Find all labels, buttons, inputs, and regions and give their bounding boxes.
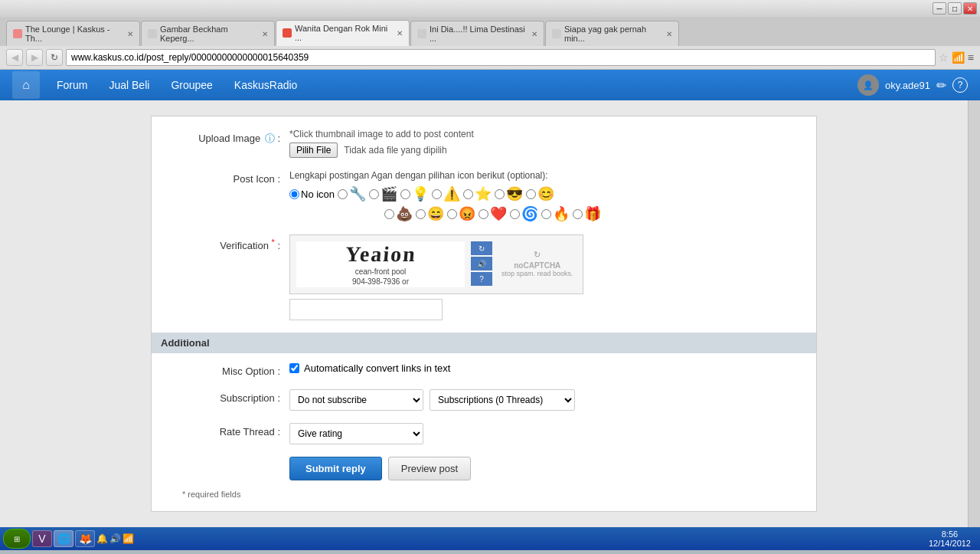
icon-grid-row1: No icon 🔧 🎬 💡 ⚠️ ⭐ 😎 😊 <box>289 185 801 202</box>
taskbar-icon-chrome[interactable]: 🌐 <box>54 530 74 547</box>
help-icon[interactable]: ? <box>952 77 968 93</box>
icon-option-8[interactable]: 💩 <box>384 205 413 222</box>
minimize-button[interactable]: ─ <box>933 2 946 15</box>
bookmark-icon[interactable]: ☆ <box>939 51 949 64</box>
start-button[interactable]: ⊞ <box>3 529 31 549</box>
captcha-help-button[interactable]: ? <box>471 272 492 286</box>
post-icon-row: Post Icon : Lengkapi postingan Agan deng… <box>167 170 801 222</box>
tab-favicon-2 <box>148 29 157 38</box>
menu-icon[interactable]: ≡ <box>968 51 974 64</box>
post-icon-content: Lengkapi postingan Agan dengan pilihan i… <box>289 170 801 222</box>
tab-3[interactable]: Wanita Dengan Rok Mini ... ✕ <box>276 20 410 46</box>
preview-post-button[interactable]: Preview post <box>388 457 471 480</box>
icon-emoji-1: 🔧 <box>349 185 366 202</box>
icon-option-5[interactable]: ⭐ <box>463 185 492 202</box>
tab-close-1[interactable]: ✕ <box>127 30 133 38</box>
icon-emoji-10: 😡 <box>459 205 475 222</box>
icon-option-9[interactable]: 😄 <box>416 205 444 222</box>
captcha-controls: ↻ 🔊 ? <box>471 241 492 287</box>
no-icon-option[interactable]: No icon <box>289 188 335 200</box>
icon-option-12[interactable]: 🌀 <box>510 205 538 222</box>
icon-option-3[interactable]: 💡 <box>400 185 429 202</box>
signal-icon: 📶 <box>952 51 965 64</box>
nav-groupee[interactable]: Groupee <box>160 70 223 100</box>
tab-close-5[interactable]: ✕ <box>666 30 672 38</box>
tab-2[interactable]: Gambar Beckham Keperg... ✕ <box>141 21 275 46</box>
taskbar-icon-1[interactable]: V <box>32 530 52 547</box>
verification-content: Yeaion cean-front pool904-398-7936 or ↻ … <box>289 234 801 320</box>
taskbar-icon-firefox[interactable]: 🦊 <box>75 530 95 547</box>
edit-profile-icon[interactable]: ✏ <box>936 78 946 93</box>
subscription-select[interactable]: Do not subscribe Subscribe Instant subsc… <box>289 389 423 411</box>
icon-option-10[interactable]: 😡 <box>447 205 475 222</box>
icon-option-2[interactable]: 🎬 <box>369 185 397 202</box>
home-nav-button[interactable]: ⌂ <box>12 71 40 99</box>
refresh-button[interactable]: ↻ <box>46 49 63 66</box>
subscription-row: Subscription : Do not subscribe Subscrib… <box>167 389 801 411</box>
upload-info-icon[interactable]: ⓘ <box>265 133 275 144</box>
icon-option-13[interactable]: 🔥 <box>541 205 570 222</box>
tab-close-4[interactable]: ✕ <box>531 30 537 38</box>
tab-1[interactable]: The Lounge | Kaskus - Th... ✕ <box>6 21 140 46</box>
tab-favicon-1 <box>13 29 22 38</box>
scrollbar[interactable] <box>968 100 980 527</box>
rate-thread-row: Rate Thread : Give rating 1 - Terrible 2… <box>167 423 801 444</box>
tab-4[interactable]: Ini Dia....!! Lima Destinasi ... ✕ <box>410 21 544 46</box>
icon-emoji-13: 🔥 <box>553 205 570 222</box>
submit-reply-button[interactable]: Submit reply <box>289 457 382 480</box>
icon-option-11[interactable]: ❤️ <box>479 205 507 222</box>
tab-favicon-4 <box>417 29 426 38</box>
post-icon-label: Post Icon : <box>167 170 289 222</box>
captcha-refresh-button[interactable]: ↻ <box>471 241 492 255</box>
tab-close-2[interactable]: ✕ <box>262 30 268 38</box>
tab-label-3: Wanita Dengan Rok Mini ... <box>295 24 394 42</box>
verification-row: Verification * : Yeaion cean-front pool9… <box>167 234 801 320</box>
tab-5[interactable]: Siapa yag gak pernah min... ✕ <box>545 21 679 46</box>
auto-convert-links-option[interactable]: Automatically convert links in text <box>289 362 801 374</box>
clock-time: 8:56 <box>929 529 971 539</box>
icon-option-14[interactable]: 🎁 <box>573 205 601 222</box>
url-input[interactable] <box>66 49 936 66</box>
captcha-audio-button[interactable]: 🔊 <box>471 257 492 270</box>
icon-option-7[interactable]: 😊 <box>526 185 554 202</box>
icon-emoji-12: 🌀 <box>521 205 538 222</box>
icon-option-6[interactable]: 😎 <box>495 185 523 202</box>
captcha-text: Yeaion <box>344 242 417 267</box>
captcha-input[interactable] <box>289 299 443 320</box>
no-icon-label: No icon <box>301 188 335 200</box>
forward-button[interactable]: ▶ <box>26 49 43 66</box>
icon-option-1[interactable]: 🔧 <box>338 185 366 202</box>
icon-option-4[interactable]: ⚠️ <box>432 185 460 202</box>
clock-date: 12/14/2012 <box>929 539 971 548</box>
icon-grid-row2: 💩 😄 😡 ❤️ 🌀 🔥 🎁 <box>289 205 801 222</box>
nav-user-area: 👤 oky.ade91 ✏ ? <box>858 74 968 96</box>
recaptcha-spinning-icon: ↻ <box>534 250 541 260</box>
file-row: Pilih File Tidak ada file yang dipilih <box>289 143 801 158</box>
captcha-box: Yeaion cean-front pool904-398-7936 or ↻ … <box>289 234 583 294</box>
maximize-button[interactable]: □ <box>948 2 962 15</box>
auto-convert-links-checkbox[interactable] <box>289 363 299 373</box>
additional-section: Additional Misc Option : Automatically c… <box>167 333 801 480</box>
tab-favicon-5 <box>552 29 561 38</box>
upload-image-label: Upload Image ⓘ : <box>167 129 289 158</box>
icon-emoji-7: 😊 <box>537 185 554 202</box>
subscriptions-count-select[interactable]: Subscriptions (0 Threads) <box>430 389 575 411</box>
rate-thread-select[interactable]: Give rating 1 - Terrible 2 - Bad 3 - Ave… <box>289 423 423 444</box>
back-button[interactable]: ◀ <box>6 49 23 66</box>
system-tray: 🔔 🔊 📶 <box>96 533 134 544</box>
tab-close-3[interactable]: ✕ <box>397 29 403 38</box>
misc-option-label: Misc Option : <box>167 362 289 377</box>
site-nav: ⌂ Forum Jual Beli Groupee KaskusRadio 👤 … <box>0 70 980 100</box>
nav-jual-beli[interactable]: Jual Beli <box>98 70 160 100</box>
required-asterisk: * <box>272 238 275 247</box>
no-icon-radio[interactable] <box>289 189 299 199</box>
pilih-file-button[interactable]: Pilih File <box>289 143 338 158</box>
clock: 8:56 12/14/2012 <box>923 529 977 548</box>
tab-label-5: Siapa yag gak pernah min... <box>564 25 663 43</box>
close-button[interactable]: ✕ <box>963 2 977 15</box>
nav-forum[interactable]: Forum <box>46 70 98 100</box>
captcha-image: Yeaion cean-front pool904-398-7936 or <box>296 241 465 287</box>
title-bar: ─ □ ✕ <box>0 0 980 17</box>
nav-kaskus-radio[interactable]: KaskusRadio <box>224 70 309 100</box>
tab-label-4: Ini Dia....!! Lima Destinasi ... <box>430 25 528 43</box>
